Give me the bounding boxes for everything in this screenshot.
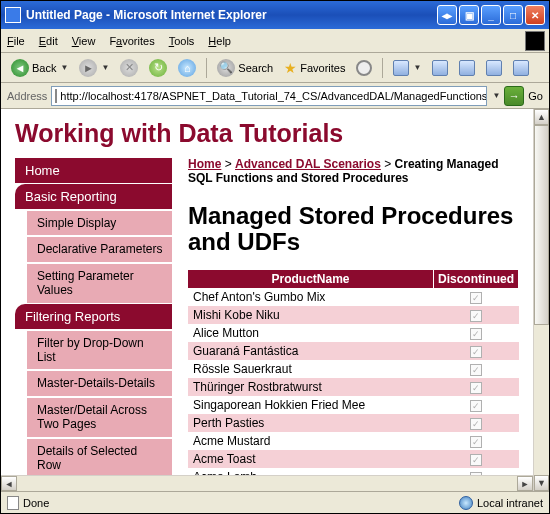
scroll-up-icon[interactable]: ▲ — [534, 109, 549, 125]
table-row: Mishi Kobe Niku✓ — [188, 306, 519, 324]
maximize-button[interactable]: □ — [503, 5, 523, 25]
address-url-text: http://localhost:4178/ASPNET_Data_Tutori… — [60, 90, 487, 102]
address-bar: Address http://localhost:4178/ASPNET_Dat… — [1, 83, 549, 109]
products-grid: ProductName Discontinued Chef Anton's Gu… — [188, 270, 519, 486]
table-row: Singaporean Hokkien Fried Mee✓ — [188, 396, 519, 414]
discuss-icon — [486, 60, 502, 76]
edit-button[interactable] — [455, 57, 479, 79]
refresh-button[interactable]: ↻ — [145, 57, 171, 79]
print-button[interactable] — [428, 57, 452, 79]
nav-home[interactable]: Home — [15, 158, 172, 183]
cell-discontinued: ✓ — [433, 432, 518, 450]
search-button[interactable]: 🔍 Search — [213, 57, 277, 79]
research-button[interactable] — [509, 57, 533, 79]
cell-product-name: Guaraná Fantástica — [188, 342, 433, 360]
cell-discontinued: ✓ — [433, 450, 518, 468]
scroll-down-icon[interactable]: ▼ — [534, 475, 549, 491]
discontinued-checkbox: ✓ — [470, 292, 482, 304]
cell-discontinued: ✓ — [433, 306, 518, 324]
page-title: Working with Data Tutorials — [15, 119, 519, 148]
nav-simple-display[interactable]: Simple Display — [27, 209, 172, 235]
menu-help[interactable]: Help — [208, 35, 231, 47]
skin-prev-button[interactable]: ◂▸ — [437, 5, 457, 25]
scroll-left-icon[interactable]: ◄ — [1, 476, 17, 491]
window-title: Untitled Page - Microsoft Internet Explo… — [26, 8, 437, 22]
back-button[interactable]: ◄ Back ▼ — [7, 57, 72, 79]
edit-icon — [459, 60, 475, 76]
home-button[interactable]: ⌂ — [174, 57, 200, 79]
menu-view[interactable]: View — [72, 35, 96, 47]
favorites-button[interactable]: ★ Favorites — [280, 57, 349, 79]
cell-product-name: Singaporean Hokkien Fried Mee — [188, 396, 433, 414]
table-row: Thüringer Rostbratwurst✓ — [188, 378, 519, 396]
nav-setting-parameter-values[interactable]: Setting Parameter Values — [27, 262, 172, 303]
status-bar: Done Local intranet — [1, 491, 549, 513]
cell-product-name: Acme Toast — [188, 450, 433, 468]
address-input[interactable]: http://localhost:4178/ASPNET_Data_Tutori… — [51, 86, 487, 106]
nav-details-selected-row[interactable]: Details of Selected Row — [27, 437, 172, 478]
media-icon — [356, 60, 372, 76]
back-dropdown-icon[interactable]: ▼ — [60, 63, 68, 72]
cell-discontinued: ✓ — [433, 342, 518, 360]
mail-button[interactable]: ▼ — [389, 57, 425, 79]
home-icon: ⌂ — [178, 59, 196, 77]
media-button[interactable] — [352, 57, 376, 79]
scroll-right-icon[interactable]: ► — [517, 476, 533, 491]
mail-icon — [393, 60, 409, 76]
nav-master-details-details[interactable]: Master-Details-Details — [27, 369, 172, 395]
separator — [382, 58, 383, 78]
discuss-button[interactable] — [482, 57, 506, 79]
back-label: Back — [32, 62, 56, 74]
nav-declarative-parameters[interactable]: Declarative Parameters — [27, 235, 172, 261]
col-discontinued[interactable]: Discontinued — [433, 270, 518, 288]
skin-next-button[interactable]: ▣ — [459, 5, 479, 25]
col-product-name[interactable]: ProductName — [188, 270, 433, 288]
cell-discontinued: ✓ — [433, 288, 518, 306]
cell-product-name: Thüringer Rostbratwurst — [188, 378, 433, 396]
minimize-button[interactable]: _ — [481, 5, 501, 25]
menu-file[interactable]: File — [7, 35, 25, 47]
forward-button[interactable]: ► ▼ — [75, 57, 113, 79]
status-text: Done — [23, 497, 49, 509]
menu-edit[interactable]: Edit — [39, 35, 58, 47]
table-row: Guaraná Fantástica✓ — [188, 342, 519, 360]
table-row: Chef Anton's Gumbo Mix✓ — [188, 288, 519, 306]
stop-button[interactable]: ✕ — [116, 57, 142, 79]
discontinued-checkbox: ✓ — [470, 382, 482, 394]
cell-discontinued: ✓ — [433, 396, 518, 414]
table-row: Acme Mustard✓ — [188, 432, 519, 450]
horizontal-scrollbar[interactable]: ◄ ► — [1, 475, 533, 491]
forward-dropdown-icon[interactable]: ▼ — [101, 63, 109, 72]
cell-product-name: Chef Anton's Gumbo Mix — [188, 288, 433, 306]
address-dropdown-icon[interactable]: ▼ — [492, 91, 500, 100]
scroll-thumb[interactable] — [534, 125, 549, 325]
forward-icon: ► — [79, 59, 97, 77]
main-heading: Managed Stored Procedures and UDFs — [188, 203, 519, 256]
separator — [206, 58, 207, 78]
nav-filtering-reports[interactable]: Filtering Reports — [15, 304, 172, 329]
refresh-icon: ↻ — [149, 59, 167, 77]
research-icon — [513, 60, 529, 76]
crumb-section[interactable]: Advanced DAL Scenarios — [235, 157, 381, 171]
window-titlebar: Untitled Page - Microsoft Internet Explo… — [1, 1, 549, 29]
stop-icon: ✕ — [120, 59, 138, 77]
print-icon — [432, 60, 448, 76]
menu-favorites[interactable]: Favorites — [109, 35, 154, 47]
nav-master-detail-two-pages[interactable]: Master/Detail Across Two Pages — [27, 396, 172, 437]
document-icon — [7, 496, 19, 510]
address-label: Address — [7, 90, 47, 102]
crumb-home[interactable]: Home — [188, 157, 221, 171]
menu-bar: File Edit View Favorites Tools Help — [1, 29, 549, 53]
cell-product-name: Alice Mutton — [188, 324, 433, 342]
nav-basic-reporting[interactable]: Basic Reporting — [15, 184, 172, 209]
table-row: Acme Toast✓ — [188, 450, 519, 468]
menu-tools[interactable]: Tools — [169, 35, 195, 47]
close-button[interactable]: ✕ — [525, 5, 545, 25]
nav-filter-dropdown[interactable]: Filter by Drop-Down List — [27, 329, 172, 370]
cell-discontinued: ✓ — [433, 324, 518, 342]
star-icon: ★ — [284, 60, 297, 76]
throbber-icon — [525, 31, 545, 51]
vertical-scrollbar[interactable]: ▲ ▼ — [533, 109, 549, 491]
discontinued-checkbox: ✓ — [470, 418, 482, 430]
go-button[interactable]: → — [504, 86, 524, 106]
